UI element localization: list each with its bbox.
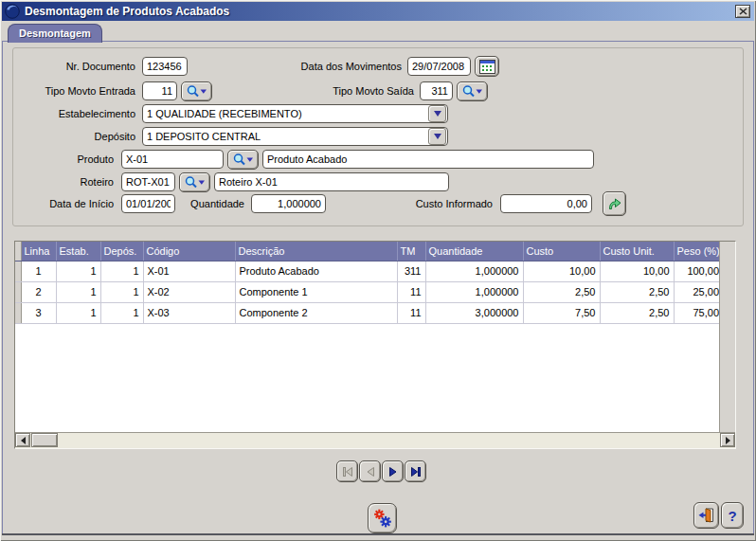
cell-descricao[interactable]: Produto Acabado (235, 261, 397, 281)
produto-code-input[interactable] (121, 150, 224, 169)
cell-custo-unit[interactable]: 2,50 (600, 281, 674, 302)
cell-custo[interactable]: 2,50 (523, 281, 600, 302)
roteiro-label: Roteiro (28, 172, 114, 191)
exit-button[interactable] (693, 502, 719, 529)
cell-estab[interactable]: 1 (56, 261, 100, 281)
scroll-left-icon (21, 437, 26, 444)
table-row[interactable]: 2 1 1 X-02 Componente 1 11 1,000000 2,50… (15, 281, 720, 302)
roteiro-description-input[interactable] (214, 172, 449, 191)
table-row[interactable]: 1 1 1 X-01 Produto Acabado 311 1,000000 … (15, 261, 720, 281)
last-record-icon (409, 465, 423, 478)
first-record-button[interactable] (336, 460, 358, 482)
estabelecimento-dropdown-button[interactable] (428, 105, 446, 122)
col-header-estab[interactable]: Estab. (56, 242, 100, 261)
cell-peso[interactable]: 75,000000 (674, 302, 720, 323)
col-header-quantidade[interactable]: Quantidade (425, 242, 523, 261)
help-button[interactable]: ? (721, 502, 744, 529)
produto-description-input[interactable] (262, 150, 594, 169)
cell-custo[interactable]: 7,50 (523, 302, 600, 323)
calendar-button[interactable] (475, 56, 499, 77)
tipo-movto-entrada-input[interactable] (142, 81, 177, 100)
custo-informado-input[interactable] (500, 194, 592, 213)
title-bar[interactable]: Desmontagem de Produtos Acabados (2, 2, 754, 21)
col-header-descricao[interactable]: Descrição (235, 242, 397, 261)
cell-custo-unit[interactable]: 10,00 (600, 261, 674, 281)
estabelecimento-label: Estabelecimento (28, 104, 135, 123)
magnifier-icon (461, 84, 483, 99)
cell-peso[interactable]: 25,000000 (674, 281, 720, 302)
cell-quantidade[interactable]: 1,000000 (425, 261, 523, 281)
deposito-dropdown-button[interactable] (428, 128, 446, 145)
custo-informado-label: Custo Informado (391, 194, 493, 213)
cell-estab[interactable]: 1 (56, 281, 100, 302)
col-header-tm[interactable]: TM (397, 242, 425, 261)
cell-tm[interactable]: 311 (397, 261, 425, 281)
cell-codigo[interactable]: X-02 (143, 281, 235, 302)
gears-icon (371, 507, 394, 530)
magnifier-icon (184, 175, 206, 189)
estabelecimento-combo[interactable]: 1 QUALIDADE (RECEBIMENTO) (142, 104, 448, 123)
confirm-button[interactable] (603, 191, 626, 216)
deposito-combo[interactable]: 1 DEPOSITO CENTRAL (142, 127, 448, 146)
table-row[interactable]: 3 1 1 X-03 Componente 2 11 3,000000 7,50… (15, 302, 720, 323)
nr-documento-input[interactable] (142, 57, 188, 76)
last-record-button[interactable] (405, 460, 426, 482)
next-record-icon (387, 465, 400, 478)
cell-estab[interactable]: 1 (56, 302, 100, 323)
quantidade-label: Quantidade (188, 194, 244, 213)
next-record-button[interactable] (382, 460, 404, 482)
process-button[interactable] (368, 503, 397, 533)
cell-custo-unit[interactable]: 2,50 (600, 302, 674, 323)
horizontal-scrollbar[interactable] (15, 432, 735, 448)
roteiro-code-input[interactable] (121, 172, 175, 191)
roteiro-lookup-button[interactable] (179, 172, 210, 192)
cell-custo[interactable]: 10,00 (523, 261, 600, 281)
produto-label: Produto (28, 150, 114, 169)
col-header-peso[interactable]: Peso (%) (674, 242, 720, 261)
question-mark-icon: ? (728, 508, 736, 524)
scrollbar-thumb[interactable] (31, 433, 58, 447)
items-table: Linha Estab. Depós. Código Descrição TM … (15, 242, 721, 324)
cell-linha[interactable]: 3 (21, 302, 56, 323)
tipo-movto-saida-lookup-button[interactable] (457, 81, 488, 101)
cell-linha[interactable]: 2 (21, 281, 56, 302)
cell-descricao[interactable]: Componente 1 (235, 281, 397, 302)
cell-tm[interactable]: 11 (397, 302, 425, 323)
tab-desmontagem[interactable]: Desmontagem (8, 24, 102, 43)
col-header-codigo[interactable]: Código (143, 242, 235, 261)
data-inicio-label: Data de Início (27, 194, 114, 213)
cell-depos[interactable]: 1 (100, 302, 143, 323)
col-header-custo[interactable]: Custo (523, 242, 600, 261)
tipo-movto-saida-input[interactable] (420, 81, 453, 100)
col-header-custo-unit[interactable]: Custo Unit. (600, 242, 674, 261)
previous-record-button[interactable] (359, 460, 381, 482)
tipo-movto-saida-label: Tipo Movto Saída (299, 81, 414, 100)
magnifier-icon (232, 153, 254, 167)
data-inicio-input[interactable] (121, 194, 175, 213)
cell-codigo[interactable]: X-03 (143, 302, 235, 323)
close-button[interactable] (735, 5, 750, 18)
col-header-depos[interactable]: Depós. (100, 242, 143, 261)
bottom-divider (2, 533, 754, 535)
data-movimentos-input[interactable] (407, 57, 471, 76)
produto-lookup-button[interactable] (227, 150, 259, 170)
deposito-value: 1 DEPOSITO CENTRAL (143, 131, 428, 142)
cell-quantidade[interactable]: 1,000000 (425, 281, 523, 302)
first-record-icon (341, 465, 354, 478)
cell-depos[interactable]: 1 (100, 281, 143, 302)
vertical-scrollbar[interactable] (719, 242, 735, 433)
scroll-left-button[interactable] (15, 433, 30, 447)
cell-codigo[interactable]: X-01 (143, 261, 235, 281)
col-header-linha[interactable]: Linha (21, 242, 56, 261)
tipo-movto-entrada-lookup-button[interactable] (181, 81, 212, 101)
quantidade-input[interactable] (251, 194, 326, 213)
cell-quantidade[interactable]: 3,000000 (425, 302, 523, 323)
nr-documento-label: Nr. Documento (28, 57, 135, 76)
cell-tm[interactable]: 11 (397, 281, 425, 302)
cell-peso[interactable]: 100,000000 (674, 261, 720, 281)
scroll-right-button[interactable] (720, 433, 735, 447)
tipo-movto-entrada-label: Tipo Movto Entrada (28, 81, 135, 100)
cell-linha[interactable]: 1 (21, 261, 56, 281)
cell-descricao[interactable]: Componente 2 (235, 302, 397, 323)
cell-depos[interactable]: 1 (100, 261, 143, 281)
